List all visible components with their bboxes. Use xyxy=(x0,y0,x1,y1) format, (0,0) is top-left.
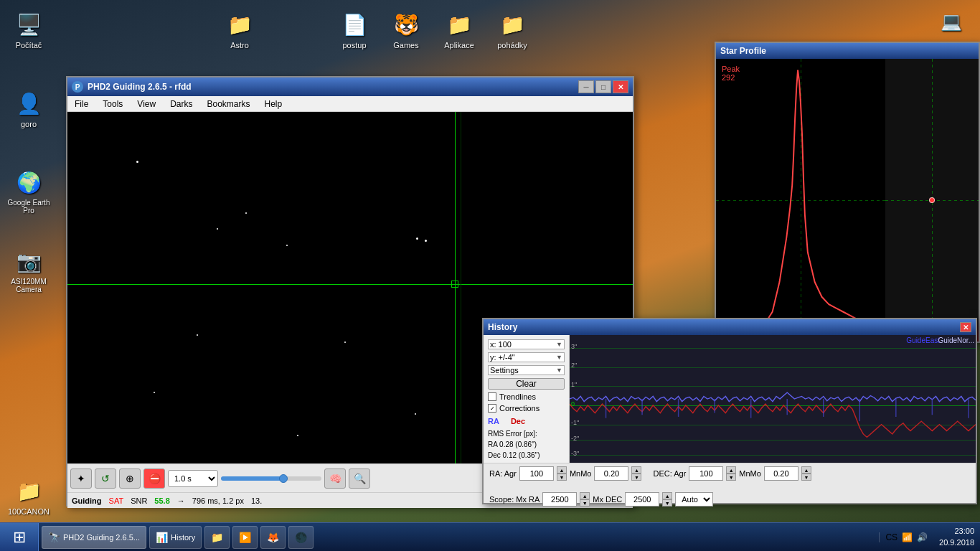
history-chart: 3" 2" 1" 0 -1" -2" -3" GuideEast GuideNo… xyxy=(570,335,976,463)
taskbar-item-firefox[interactable]: 🦊 xyxy=(260,526,286,549)
scope-mxdec-label: Mx DEC xyxy=(593,495,622,504)
doc-icon: 📄 xyxy=(340,10,369,39)
minimize-button[interactable]: ─ xyxy=(578,80,594,93)
user-icon: 👤 xyxy=(14,89,43,118)
dec-mnmo-up[interactable]: ▲ xyxy=(801,466,811,474)
clear-button[interactable]: Clear xyxy=(488,378,565,390)
desktop-icon-games[interactable]: 🐯 Games xyxy=(380,7,432,52)
history-titlebar: History ✕ xyxy=(484,319,976,335)
winupdate-icon: 💻 xyxy=(937,7,966,36)
settings-dropdown[interactable]: Settings ▼ xyxy=(488,365,565,375)
dec-agr-spinners: ▲ ▼ xyxy=(726,466,736,481)
guide-btn[interactable]: ⊕ xyxy=(119,468,141,489)
auto-select[interactable]: Auto xyxy=(675,492,713,507)
star-profile-image-area xyxy=(885,59,979,342)
scope-mxdec-input[interactable] xyxy=(625,492,659,507)
taskbar: ⊞ 🔭 PHD2 Guiding 2.6.5... 📊 History 📁 ▶️… xyxy=(0,522,980,551)
window-controls: ─ □ ✕ xyxy=(578,80,628,93)
trendlines-row: Trendlines xyxy=(488,392,565,401)
menu-help[interactable]: Help xyxy=(260,98,287,110)
menu-file[interactable]: File xyxy=(70,98,93,110)
ra-mnmo-up[interactable]: ▲ xyxy=(631,466,641,474)
corrections-checkbox[interactable] xyxy=(488,404,496,413)
desktop-icon-winupdate[interactable]: 💻 xyxy=(925,4,977,41)
search-btn[interactable]: 🔍 xyxy=(349,468,370,489)
dec-agr-group: DEC: Agr ▲ ▼ MnMo ▲ ▼ xyxy=(653,466,811,481)
desktop-icon-aplikace[interactable]: 📁 Aplikace xyxy=(433,7,485,52)
dec-mnmo-label: MnMo xyxy=(739,469,761,478)
star-7 xyxy=(197,334,198,336)
desktop-icon-google-earth[interactable]: 🌍 Google Earth Pro xyxy=(3,165,55,217)
extra-val: 13. xyxy=(251,496,262,505)
phd2-menubar: File Tools View Darks Bookmarks Help xyxy=(67,96,633,112)
star-10 xyxy=(297,435,298,436)
history-controls: x: 100 ▼ y: +/-4" ▼ Settings ▼ Clear Tre… xyxy=(484,335,570,463)
arrow-icon: → xyxy=(177,496,185,505)
clock[interactable]: 23:00 20.9.2018 xyxy=(933,526,980,548)
star-8 xyxy=(344,342,346,343)
phd2-title-icon: P xyxy=(72,81,83,93)
menu-tools[interactable]: Tools xyxy=(98,98,127,110)
ra-rms: RA 0.28 (0.86") xyxy=(488,439,565,450)
phd2-titlebar: P PHD2 Guiding 2.6.5 - rfdd ─ □ ✕ xyxy=(67,77,633,96)
exposure-slider[interactable] xyxy=(221,476,321,481)
desktop-icon-pohadky[interactable]: 📁 pohádky xyxy=(486,7,538,52)
taskbar-item-0[interactable]: 🔭 PHD2 Guiding 2.6.5... xyxy=(42,526,146,549)
start-button[interactable]: ⊞ xyxy=(0,523,39,552)
x-scale-dropdown[interactable]: x: 100 ▼ xyxy=(488,339,565,349)
crosshair-tool-btn[interactable]: ✦ xyxy=(70,468,92,489)
exposure-select[interactable]: 1.0 s xyxy=(168,470,218,487)
scope-group: Scope: Mx RA ▲ ▼ Mx DEC ▲ ▼ Auto xyxy=(489,492,713,507)
stop-btn[interactable]: ⛔ xyxy=(143,468,165,489)
scope-mxra-up[interactable]: ▲ xyxy=(580,492,590,499)
camera-icon: 📷 xyxy=(14,247,43,276)
ra-mnmo-down[interactable]: ▼ xyxy=(631,474,641,481)
dec-mnmo-input[interactable] xyxy=(764,466,798,481)
menu-view[interactable]: View xyxy=(133,98,160,110)
history-body: x: 100 ▼ y: +/-4" ▼ Settings ▼ Clear Tre… xyxy=(484,335,976,463)
star-profile-window: Star Profile Peak 292 Mid row FWHM: 4.37 xyxy=(715,42,980,343)
status-sat: SAT xyxy=(109,496,124,505)
ra-agr-down[interactable]: ▼ xyxy=(557,474,567,481)
dec-mnmo-down[interactable]: ▼ xyxy=(801,474,811,481)
loop-btn[interactable]: ↺ xyxy=(95,468,116,489)
brain-btn[interactable]: 🧠 xyxy=(324,468,346,489)
ra-agr-up[interactable]: ▲ xyxy=(557,466,567,474)
scope-mxdec-down[interactable]: ▼ xyxy=(662,499,672,507)
maximize-button[interactable]: □ xyxy=(595,80,611,93)
dec-agr-input[interactable] xyxy=(689,466,723,481)
desktop-icon-astro[interactable]: 📁 Astro xyxy=(214,7,265,52)
rms-section: RMS Error [px]: RA 0.28 (0.86") Dec 0.12… xyxy=(488,428,565,463)
trendlines-label: Trendlines xyxy=(499,392,536,401)
taskbar-item-1[interactable]: 📊 History xyxy=(149,526,202,549)
trendlines-checkbox[interactable] xyxy=(488,392,496,401)
menu-bookmarks[interactable]: Bookmarks xyxy=(203,98,255,110)
y-scale-dropdown[interactable]: y: +/-4" ▼ xyxy=(488,352,565,362)
ra-mnmo-label: MnMo xyxy=(570,469,592,478)
aplikace-folder-icon: 📁 xyxy=(445,10,473,39)
system-tray: CS 📶 🔊 xyxy=(879,532,933,542)
star-11 xyxy=(154,392,155,393)
star-4 xyxy=(286,245,288,246)
ra-mnmo-input[interactable] xyxy=(594,466,628,481)
taskbar-item-folder[interactable]: 📁 xyxy=(204,526,230,549)
scope-mxdec-up[interactable]: ▲ xyxy=(662,492,672,499)
taskbar-item-media[interactable]: ▶️ xyxy=(232,526,258,549)
scope-mxra-down[interactable]: ▼ xyxy=(580,499,590,507)
history-close-button[interactable]: ✕ xyxy=(960,322,971,332)
dec-agr-up[interactable]: ▲ xyxy=(726,466,736,474)
menu-darks[interactable]: Darks xyxy=(166,98,197,110)
desktop-icon-computer[interactable]: 🖥️ Počítač xyxy=(3,7,55,52)
star-5 xyxy=(416,237,418,240)
desktop-icon-goro[interactable]: 👤 goro xyxy=(3,86,55,131)
desktop-icon-asi120mm[interactable]: 📷 ASI120MM Camera xyxy=(3,244,55,296)
dec-agr-down[interactable]: ▼ xyxy=(726,474,736,481)
close-button[interactable]: ✕ xyxy=(613,80,628,93)
desktop-icon-100canon[interactable]: 📁 100CANON xyxy=(3,474,55,519)
profile-svg xyxy=(716,59,885,342)
ra-agr-input[interactable] xyxy=(519,466,554,481)
taskbar-item-phd2[interactable]: 🌑 xyxy=(288,526,314,549)
desktop-icon-postup[interactable]: 📄 postup xyxy=(329,7,380,52)
scope-mxra-input[interactable] xyxy=(542,492,577,507)
history-title: History xyxy=(488,322,517,332)
